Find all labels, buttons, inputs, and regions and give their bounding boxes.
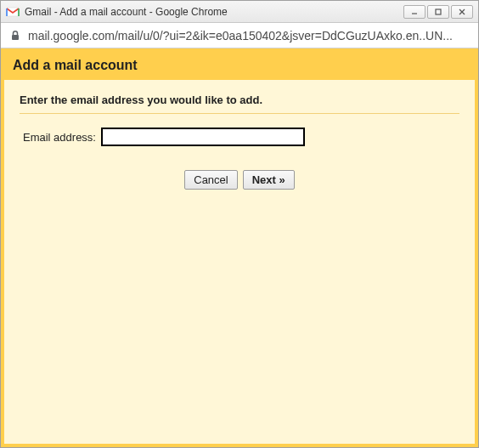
lock-icon — [9, 30, 21, 42]
maximize-button[interactable] — [427, 5, 449, 19]
email-input[interactable] — [101, 128, 305, 146]
page-content: Add a mail account Enter the email addre… — [1, 48, 478, 447]
address-bar: mail.google.com/mail/u/0/?ui=2&ik=e0aa15… — [1, 23, 478, 48]
divider — [20, 113, 459, 114]
close-button[interactable] — [451, 5, 473, 19]
cancel-button[interactable]: Cancel — [184, 170, 237, 190]
window-controls — [403, 5, 473, 19]
window-title: Gmail - Add a mail account - Google Chro… — [25, 6, 398, 18]
minimize-button[interactable] — [403, 5, 425, 19]
instruction-text: Enter the email address you would like t… — [20, 94, 459, 106]
url-text[interactable]: mail.google.com/mail/u/0/?ui=2&ik=e0aa15… — [28, 29, 470, 43]
svg-rect-2 — [436, 9, 441, 14]
email-row: Email address: — [23, 128, 459, 146]
page-heading: Add a mail account — [4, 52, 475, 80]
svg-rect-0 — [7, 8, 19, 16]
gmail-icon — [6, 5, 20, 19]
form-panel: Enter the email address you would like t… — [4, 80, 475, 444]
chrome-window: Gmail - Add a mail account - Google Chro… — [0, 0, 479, 448]
window-titlebar: Gmail - Add a mail account - Google Chro… — [1, 1, 478, 23]
button-row: Cancel Next » — [20, 170, 459, 190]
next-button[interactable]: Next » — [243, 170, 295, 190]
email-label: Email address: — [23, 131, 96, 144]
svg-rect-5 — [12, 35, 19, 40]
